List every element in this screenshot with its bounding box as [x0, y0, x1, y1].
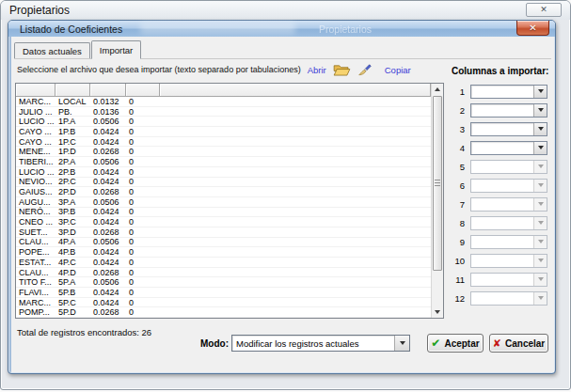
table-row[interactable]: CAYO ... 1P.C 0.0424 0: [16, 137, 431, 148]
table-row[interactable]: FLAVI... 5P.B 0.0424 0: [16, 288, 431, 298]
table-row[interactable]: ESTAT... 4P.C 0.0424 0: [16, 258, 431, 268]
column-import-combobox[interactable]: [470, 122, 547, 136]
cell-coefficient: 0.0136: [90, 107, 126, 117]
table-row[interactable]: POMP... 5P.D 0.0268 0: [16, 307, 431, 318]
dialog-body: Datos actuales Importar Seleccione el ar…: [11, 37, 554, 372]
close-button[interactable]: ✕: [526, 3, 562, 17]
cell-name: CNEO ...: [16, 217, 56, 227]
cell-extra: 0: [126, 97, 160, 106]
tab-label: Datos actuales: [23, 46, 82, 56]
table-row[interactable]: MARC... LOCAL 0.0132 0: [16, 97, 431, 107]
cell-coefficient: 0.0424: [90, 177, 126, 186]
column-number-label: 8: [448, 218, 465, 228]
cell-name: MENE...: [16, 147, 56, 156]
column-import-row: 2: [448, 101, 549, 119]
table-row[interactable]: AUGU... 3P.A 0.0506 0: [16, 197, 431, 208]
copy-link[interactable]: Copiar: [385, 65, 411, 75]
accept-button[interactable]: ✔ Aceptar: [427, 334, 484, 353]
cell-floor: 3P.C: [56, 217, 90, 227]
table-row[interactable]: NEVIO... 2P.C 0.0424 0: [16, 178, 431, 188]
window-title: Propietarios: [9, 4, 70, 17]
table-row[interactable]: CNEO ... 3P.C 0.0424 0: [16, 217, 431, 227]
scroll-up-button[interactable]: [432, 84, 443, 95]
cell-floor: 5P.C: [56, 298, 90, 307]
table-row[interactable]: MENE... 1P.D 0.0268 0: [16, 147, 431, 157]
cell-floor: 1P.D: [56, 147, 90, 156]
column-import-combobox[interactable]: [470, 141, 547, 155]
cell-coefficient: 0.0424: [90, 207, 126, 216]
cell-coefficient: 0.0132: [90, 97, 126, 106]
table-header-cell[interactable]: [56, 84, 90, 97]
cell-extra: 0: [126, 217, 160, 227]
scroll-down-button[interactable]: [432, 306, 443, 318]
cell-coefficient: 0.0424: [90, 217, 126, 227]
table-row[interactable]: GAIUS... 2P.D 0.0268 0: [16, 187, 431, 197]
table-row[interactable]: TITO F... 5P.A 0.0506 0: [16, 277, 431, 288]
table-row[interactable]: LUCIO ... 2P.B 0.0424 0: [16, 167, 431, 178]
chevron-down-icon: [533, 142, 547, 154]
table-row[interactable]: SUET... 3P.D 0.0268 0: [16, 227, 431, 238]
cell-extra: 0: [126, 247, 160, 257]
cell-name: AUGU...: [16, 197, 56, 207]
cell-extra: 0: [126, 237, 160, 246]
table-row[interactable]: LUCIO ... 1P.A 0.0506 0: [16, 117, 431, 127]
table-row[interactable]: JULIO ... PB. 0.0136 0: [16, 107, 431, 118]
cell-coefficient: 0.0424: [90, 298, 126, 307]
grid-body: MARC... LOCAL 0.0132 0 JULIO ... PB. 0.0…: [16, 97, 431, 318]
table-header-cell[interactable]: [90, 84, 126, 97]
table-header-cell[interactable]: [160, 84, 431, 97]
column-number-label: 4: [448, 143, 465, 153]
cell-coefficient: 0.0268: [90, 307, 126, 317]
table-row[interactable]: NERÓ... 3P.B 0.0424 0: [16, 208, 431, 218]
tab-datos-actuales[interactable]: Datos actuales: [14, 42, 90, 58]
column-import-combobox: [470, 291, 547, 306]
cell-coefficient: 0.0506: [90, 277, 126, 287]
cancel-button[interactable]: ✘ Cancelar: [489, 334, 548, 353]
table-row[interactable]: POPE... 4P.B 0.0424 0: [16, 247, 431, 258]
cell-extra: 0: [126, 268, 160, 277]
table-header-cell[interactable]: [16, 84, 56, 97]
column-number-label: 2: [448, 105, 465, 116]
scrollbar-thumb[interactable]: [433, 96, 442, 271]
tab-importar[interactable]: Importar: [91, 40, 141, 59]
open-folder-button[interactable]: [333, 64, 351, 76]
table-row[interactable]: TIBERI... 2P.A 0.0506 0: [16, 157, 431, 167]
outer-titlebar[interactable]: Propietarios ✕: [1, 1, 570, 20]
cell-extra: 0: [126, 288, 160, 297]
cell-coefficient: 0.0424: [90, 137, 126, 147]
column-number-label: 9: [448, 237, 465, 247]
chevron-down-icon[interactable]: [394, 336, 409, 351]
vertical-scrollbar[interactable]: [431, 84, 443, 318]
cell-extra: 0: [126, 117, 160, 126]
dialog-close-button[interactable]: ✕: [516, 21, 549, 36]
column-import-row: 10: [448, 251, 549, 270]
mode-combobox[interactable]: Modificar los registros actuales: [231, 335, 410, 352]
cell-coefficient: 0.0506: [90, 237, 126, 246]
column-import-combobox[interactable]: [470, 103, 547, 118]
table-row[interactable]: CLAU... 4P.D 0.0268 0: [16, 268, 431, 278]
table-row[interactable]: CAYO ... 1P.B 0.0424 0: [16, 127, 431, 137]
column-import-row: 7: [448, 195, 549, 213]
cell-coefficient: 0.0424: [90, 247, 126, 257]
table-row[interactable]: MARC... 5P.C 0.0424 0: [16, 298, 431, 308]
close-icon: ✕: [540, 6, 547, 14]
mode-value: Modificar los registros actuales: [236, 338, 358, 349]
columns-list: 1 2 3 4 5 6: [448, 82, 549, 307]
clear-brush-button[interactable]: [357, 64, 372, 76]
column-number-label: 10: [448, 256, 465, 266]
mode-label: Modo:: [200, 338, 229, 349]
table-row[interactable]: CLAU... 4P.A 0.0506 0: [16, 238, 431, 248]
open-file-link[interactable]: Abrir: [308, 65, 326, 75]
cancel-button-label: Cancelar: [505, 338, 545, 349]
scrollbar-grip-icon: [435, 180, 440, 187]
column-import-combobox[interactable]: [470, 85, 547, 99]
cell-name: POMP...: [16, 307, 56, 317]
chevron-down-icon: [533, 274, 547, 286]
cell-coefficient: 0.0268: [90, 268, 126, 277]
cell-name: GAIUS...: [16, 187, 56, 196]
table-header-cell[interactable]: [126, 84, 160, 97]
cell-name: CAYO ...: [16, 127, 56, 136]
cell-name: SUET...: [16, 227, 56, 237]
dialog-titlebar[interactable]: Propietarios Listado de Coeficientes ✕: [8, 21, 555, 37]
cell-coefficient: 0.0506: [90, 157, 126, 166]
